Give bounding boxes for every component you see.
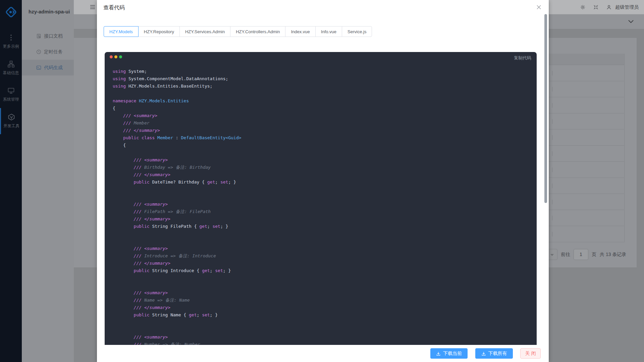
- code-line: [113, 319, 241, 326]
- sidebar-item-label: 定时任务: [44, 49, 63, 55]
- user-icon: [606, 4, 612, 10]
- page-unit-label: 页: [592, 252, 596, 258]
- code-line: {: [113, 142, 241, 149]
- terminal-icon: [36, 65, 41, 70]
- traffic-green-dot: [119, 55, 122, 58]
- code-line: [113, 230, 241, 238]
- code-line: [113, 90, 241, 97]
- code-file-tabs: HZY.ModelsHZY.RepositoryHZY.Services.Adm…: [104, 26, 372, 37]
- copy-code-button[interactable]: 复制代码: [514, 55, 531, 61]
- app-root: 超级管理员 前往 1 页 共 13 条记录 更多示例基础信息系统管理开发工具 h…: [0, 0, 644, 362]
- code-line: public String FilePath { get; set; }: [113, 223, 241, 230]
- sidebar-item-label: 代码生成: [44, 65, 63, 71]
- download-all-button[interactable]: 下载所有: [475, 348, 513, 359]
- sidebar-title: hzy-admin-spa-ui: [29, 9, 70, 14]
- code-line: [113, 149, 241, 156]
- rail-item-label: 更多示例: [3, 44, 19, 49]
- code-viewer: 复制代码 using System;using System.Component…: [105, 52, 537, 345]
- clock-icon: [36, 49, 41, 54]
- close-dialog-button[interactable]: 关 闭: [520, 348, 541, 359]
- caret-down-icon: [550, 254, 554, 256]
- sidebar-item-label: 接口文档: [44, 33, 63, 39]
- code-line: /// FilePath => 备注: FilePath: [113, 208, 241, 215]
- code-line: /// </summary>: [113, 215, 241, 223]
- tab-info-vue[interactable]: Info.vue: [315, 26, 342, 37]
- sidebar-item-2: 定时任务: [22, 44, 74, 60]
- total-records-label: 共 13 条记录: [600, 252, 626, 258]
- code-line: /// <summary>: [113, 112, 241, 119]
- tab-hzy-controllers-admin[interactable]: HZY.Controllers.Admin: [230, 26, 285, 37]
- rail-item-2: 基础信息: [0, 55, 22, 81]
- code-line: /// </summary>: [113, 127, 241, 134]
- gear-icon: [580, 4, 586, 10]
- hamburger-icon: [90, 5, 95, 9]
- traffic-yellow-dot: [114, 55, 117, 58]
- code-viewer-header: 复制代码: [105, 52, 537, 63]
- code-line: [113, 326, 241, 333]
- code-line: /// <summary>: [113, 156, 241, 164]
- code-line: /// <summary>: [113, 333, 241, 341]
- document-icon: [36, 34, 41, 39]
- code-line: public class Member : DefaultBaseEntity<…: [113, 134, 241, 142]
- nav-rail: 更多示例基础信息系统管理开发工具: [0, 0, 22, 362]
- rail-item-label: 开发工具: [3, 123, 19, 129]
- code-line: /// Introduce => 备注: Introduce: [113, 252, 241, 260]
- code-line: public DateTime? Birthday { get; set; }: [113, 178, 241, 186]
- code-content: using System;using System.ComponentModel…: [113, 68, 241, 345]
- download-icon: [436, 351, 441, 356]
- dots-vertical-icon: [7, 34, 15, 41]
- code-line: [113, 186, 241, 193]
- dialog-footer: 下载当前 下载所有 关 闭: [97, 345, 549, 362]
- tab-hzy-repository[interactable]: HZY.Repository: [138, 26, 180, 37]
- code-line: /// </summary>: [113, 304, 241, 311]
- code-line: /// Number => 备注: Number: [113, 341, 241, 345]
- rail-item-4: 开发工具: [0, 108, 22, 134]
- cube-icon: [8, 113, 15, 121]
- code-line: public String Introduce { get; set; }: [113, 267, 241, 274]
- sitemap-icon: [7, 60, 15, 68]
- code-line: /// Birthday => 备注: Birthday: [113, 164, 241, 171]
- code-line: [113, 193, 241, 201]
- rail-item-3: 系统管理: [0, 82, 22, 108]
- download-icon: [481, 351, 486, 356]
- chevron-down-icon: [628, 19, 634, 24]
- code-line: /// </summary>: [113, 260, 241, 267]
- code-line: /// Name => 备注: Name: [113, 297, 241, 304]
- goto-label: 前往: [561, 252, 570, 258]
- tab-hzy-services-admin[interactable]: HZY.Services.Admin: [179, 26, 230, 37]
- rail-item-label: 系统管理: [3, 97, 19, 102]
- code-line: /// <summary>: [113, 245, 241, 252]
- tab-service-js[interactable]: Service.js: [342, 26, 372, 37]
- dialog-title: 查看代码: [103, 4, 125, 11]
- app-logo: [0, 3, 22, 21]
- traffic-red-dot: [110, 55, 113, 58]
- code-line: /// <summary>: [113, 289, 241, 297]
- code-line: namespace HZY.Models.Entities: [113, 97, 241, 105]
- code-line: [113, 274, 241, 282]
- tab-hzy-models[interactable]: HZY.Models: [104, 26, 139, 37]
- code-line: /// </summary>: [113, 171, 241, 178]
- view-code-dialog: 查看代码 HZY.ModelsHZY.RepositoryHZY.Service…: [97, 0, 549, 362]
- code-line: using HZY.Models.Entities.BaseEntitys;: [113, 83, 241, 90]
- code-line: using System;: [113, 68, 241, 75]
- code-line: [113, 282, 241, 289]
- fullscreen-icon: [593, 4, 599, 10]
- rail-item-1: 更多示例: [0, 29, 22, 55]
- code-line: public String Name { get; set; }: [113, 311, 241, 319]
- code-line: /// <summary>: [113, 201, 241, 208]
- tab-index-vue[interactable]: Index.vue: [285, 26, 315, 37]
- username-label: 超级管理员: [615, 4, 639, 10]
- sidebar-item-3: 代码生成: [22, 60, 74, 75]
- code-line: [113, 238, 241, 245]
- close-icon[interactable]: [535, 4, 542, 10]
- sidebar-item-1: 接口文档: [22, 28, 74, 44]
- code-line: /// Member: [113, 119, 241, 127]
- code-line: using System.ComponentModel.DataAnnotati…: [113, 75, 241, 83]
- code-line: {: [113, 105, 241, 112]
- page-number-input: 1: [574, 249, 588, 260]
- sidebar: hzy-admin-spa-ui 接口文档定时任务代码生成: [22, 0, 74, 362]
- monitor-icon: [7, 87, 15, 94]
- download-current-button[interactable]: 下载当前: [430, 348, 468, 359]
- rail-item-label: 基础信息: [3, 70, 19, 76]
- dialog-scrollbar-thumb[interactable]: [544, 14, 547, 203]
